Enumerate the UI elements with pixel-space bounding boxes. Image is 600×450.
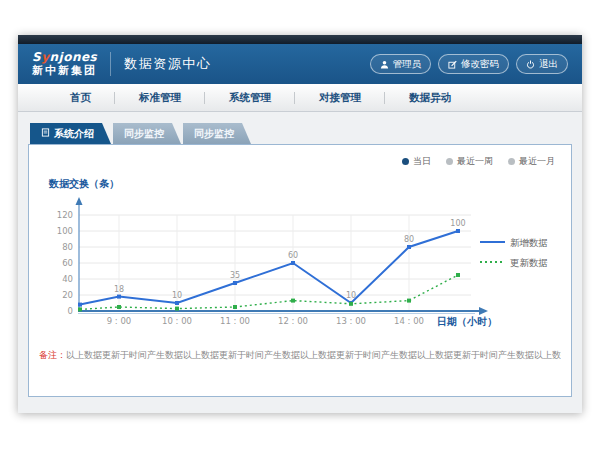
range-filter-group: 当日 最近一周 最近一月: [402, 155, 555, 168]
nav-item-interface-mgmt[interactable]: 对接管理: [295, 84, 385, 111]
user-icon: [380, 60, 389, 69]
range-filter-today[interactable]: 当日: [402, 155, 431, 168]
svg-text:100: 100: [450, 219, 465, 228]
change-password-button[interactable]: 修改密码: [438, 54, 509, 74]
svg-text:10: 10: [172, 291, 182, 300]
svg-text:9 : 00: 9 : 00: [107, 316, 132, 326]
range-filter-last-month[interactable]: 最近一月: [508, 155, 555, 168]
nav-item-standard-mgmt[interactable]: 标准管理: [115, 84, 205, 111]
nav-item-home[interactable]: 首页: [46, 84, 115, 111]
svg-text:120: 120: [57, 210, 73, 220]
tab-bar: 系统介绍 同步监控 同步监控: [30, 123, 572, 144]
footnote-text: 以上数据更新于时间产生数据以上数据更新于时间产生数据以上数据更新于时间产生数据以…: [66, 350, 561, 360]
svg-text:更新数据: 更新数据: [510, 257, 548, 268]
svg-text:新增数据: 新增数据: [510, 237, 548, 248]
svg-text:80: 80: [62, 242, 73, 252]
company-logo: Synjones 新中新集团: [32, 51, 97, 77]
tab-sync-monitor-2[interactable]: 同步监控: [183, 123, 251, 144]
svg-text:60: 60: [288, 251, 298, 260]
radio-unselected-icon: [508, 158, 515, 165]
y-axis-title: 数据交换（条）: [49, 177, 561, 191]
logout-button[interactable]: 退出: [516, 54, 568, 74]
user-button[interactable]: 管理员: [370, 54, 432, 74]
svg-text:10: 10: [346, 291, 356, 300]
svg-text:60: 60: [62, 258, 73, 268]
tab-system-intro[interactable]: 系统介绍: [30, 123, 111, 144]
content-area: 系统介绍 同步监控 同步监控 当日 最近一周: [18, 112, 582, 413]
tab-label: 同步监控: [124, 127, 164, 141]
app-header: Synjones 新中新集团 数据资源中心 管理员 修改密码: [18, 44, 582, 84]
svg-text:40: 40: [62, 274, 73, 284]
header-divider: [110, 52, 111, 76]
svg-text:0: 0: [68, 306, 73, 316]
svg-text:80: 80: [404, 235, 414, 244]
radio-selected-icon: [402, 158, 409, 165]
chart-panel: 当日 最近一周 最近一月 数据交换（条） 0204060801001209 : …: [28, 144, 572, 397]
line-chart: 0204060801001209 : 0010 : 0011 : 0012 : …: [39, 193, 561, 341]
logo-wordmark: Synjones: [32, 51, 97, 65]
nav-item-data-change[interactable]: 数据异动: [385, 84, 475, 111]
logout-button-label: 退出: [539, 58, 558, 71]
range-filter-last-week[interactable]: 最近一周: [446, 155, 493, 168]
app-window: Synjones 新中新集团 数据资源中心 管理员 修改密码: [18, 35, 582, 413]
range-filter-label: 最近一月: [519, 155, 555, 168]
page-title: 数据资源中心: [124, 55, 362, 73]
footnote-label: 备注：: [39, 350, 66, 360]
user-button-label: 管理员: [393, 58, 422, 71]
footnote: 备注：以上数据更新于时间产生数据以上数据更新于时间产生数据以上数据更新于时间产生…: [39, 349, 561, 362]
svg-text:12 : 00: 12 : 00: [278, 316, 308, 326]
svg-text:10 : 00: 10 : 00: [162, 316, 192, 326]
svg-text:100: 100: [57, 226, 73, 236]
svg-text:18: 18: [114, 285, 124, 294]
tab-label: 系统介绍: [54, 127, 94, 141]
svg-text:35: 35: [230, 271, 240, 280]
power-icon: [526, 60, 535, 69]
nav-item-system-mgmt[interactable]: 系统管理: [205, 84, 295, 111]
edit-icon: [448, 60, 457, 69]
tab-sync-monitor-1[interactable]: 同步监控: [113, 123, 181, 144]
range-filter-label: 最近一周: [457, 155, 493, 168]
logo-subtitle: 新中新集团: [32, 65, 97, 78]
svg-text:14 : 00: 14 : 00: [394, 316, 424, 326]
main-nav: 首页 标准管理 系统管理 对接管理 数据异动: [18, 84, 582, 112]
svg-text:13 : 00: 13 : 00: [336, 316, 366, 326]
page: Synjones 新中新集团 数据资源中心 管理员 修改密码: [0, 0, 600, 450]
window-top-strip: [18, 35, 582, 44]
document-icon: [41, 128, 50, 139]
svg-text:20: 20: [62, 290, 73, 300]
svg-text:日期（小时）: 日期（小时）: [437, 316, 497, 327]
tab-label: 同步监控: [194, 127, 234, 141]
svg-text:11 : 00: 11 : 00: [220, 316, 250, 326]
change-password-button-label: 修改密码: [461, 58, 499, 71]
radio-unselected-icon: [446, 158, 453, 165]
range-filter-label: 当日: [413, 155, 431, 168]
